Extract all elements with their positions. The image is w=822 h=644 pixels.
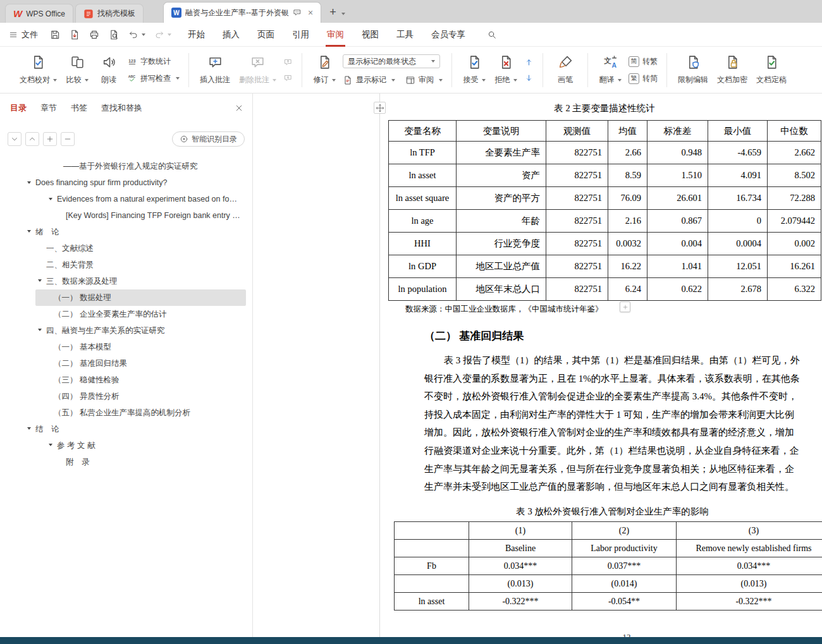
ribbon-tab[interactable]: 会员专享 — [431, 29, 465, 40]
table-resize-plus-icon[interactable] — [620, 301, 630, 312]
expand-all-button[interactable] — [43, 132, 57, 146]
ribbon-tab[interactable]: 审阅 — [327, 29, 344, 40]
delete-comment-button[interactable]: 删除批注 — [235, 50, 281, 90]
collapse-arrow-icon[interactable] — [38, 279, 42, 282]
ribbon-tab[interactable]: 插入 — [223, 29, 240, 40]
chevron-down-button[interactable] — [8, 132, 21, 146]
outline-item-label: ——基于外资银行准入规定的实证研究 — [63, 162, 198, 171]
next-change-icon[interactable] — [524, 73, 534, 83]
print-preview-button[interactable] — [108, 29, 120, 40]
next-comment-icon[interactable] — [283, 73, 293, 83]
encrypt-button[interactable]: 文档加密 — [713, 50, 752, 90]
table2-cell: 全要素生产率 — [457, 142, 546, 164]
tab-template[interactable]: 找稿壳模板 — [75, 4, 144, 23]
redo-button[interactable] — [154, 30, 164, 40]
document-page[interactable]: 表 2 主要变量描述性统计 变量名称变量说明观测值均值标准差最小值中位数 ln … — [379, 94, 822, 637]
pane-tab[interactable]: 目录 — [10, 102, 27, 114]
restrict-editing-button[interactable]: 限制编辑 — [673, 50, 713, 90]
outline-item-label: 参 考 文 献 — [57, 441, 95, 450]
document-workspace[interactable]: 表 2 主要变量描述性统计 变量名称变量说明观测值均值标准差最小值中位数 ln … — [253, 94, 822, 637]
outline-item[interactable]: （二） 基准回归结果 — [35, 355, 246, 372]
doc-finalize-icon — [764, 54, 780, 70]
outline-item[interactable]: 四、融资与生产率关系的实证研究 — [35, 322, 246, 339]
close-pane-icon[interactable] — [235, 104, 243, 112]
reject-button[interactable]: 拒绝 — [490, 50, 522, 90]
ribbon-tab[interactable]: 工具 — [396, 29, 414, 40]
translate-button[interactable]: 文A 翻译 — [594, 50, 626, 90]
close-tab-icon[interactable]: × — [308, 8, 313, 17]
ribbon-tab[interactable]: 开始 — [188, 29, 205, 40]
export-pdf-button[interactable] — [69, 29, 80, 40]
smart-toc-label: 智能识别目录 — [192, 134, 237, 145]
smart-toc-button[interactable]: 智能识别目录 — [172, 131, 245, 147]
undo-button[interactable] — [128, 30, 138, 40]
chevron-up-button[interactable] — [25, 132, 39, 146]
outline-item[interactable]: （三） 稳健性检验 — [35, 372, 246, 388]
insert-comment-button[interactable]: 插入批注 — [195, 50, 235, 90]
outline-item[interactable]: 结 论 — [35, 421, 246, 437]
outline-item[interactable]: Does financing spur firm productivity? — [35, 174, 246, 191]
ribbon-tab[interactable]: 页面 — [257, 29, 274, 40]
finalize-button[interactable]: 文档定稿 — [752, 50, 791, 90]
outline-item[interactable]: Evidences from a natural experiment base… — [35, 191, 246, 207]
search-icon[interactable] — [487, 30, 497, 40]
tab-document[interactable]: W 融资与企业生产率--基于外资银 × — [163, 2, 321, 23]
table2-cell: 0.004 — [647, 233, 708, 255]
previous-comment-icon[interactable] — [283, 58, 293, 67]
outline-item[interactable]: [Key Words] Financing TFP Foreign bank e… — [35, 207, 246, 224]
outline-item-label: （一） 基本模型 — [54, 343, 111, 351]
to-traditional-button[interactable]: 简 转繁 — [629, 56, 658, 67]
show-markup-button[interactable]: 显示标记 — [343, 75, 395, 85]
proofread-button[interactable]: 文档校对 — [15, 50, 61, 90]
markup-state-select[interactable]: 显示标记的最终状态 — [343, 54, 440, 68]
collapse-arrow-icon[interactable] — [27, 427, 31, 430]
collapse-arrow-icon[interactable] — [27, 181, 31, 184]
outline-item[interactable]: （一） 数据处理 — [35, 289, 246, 306]
ribbon-tab[interactable]: 视图 — [362, 29, 379, 40]
collapse-arrow-icon[interactable] — [49, 198, 52, 200]
ribbon-tab[interactable]: 引用 — [292, 29, 309, 40]
table2-cell: 2.079442 — [768, 210, 821, 233]
tab-list-caret-icon[interactable] — [341, 13, 345, 15]
outline-item[interactable]: 附 录 — [35, 454, 246, 470]
undo-caret-icon[interactable] — [142, 33, 145, 36]
pane-tab[interactable]: 章节 — [40, 102, 57, 114]
compare-button[interactable]: 比较 — [61, 50, 93, 90]
collapse-arrow-icon[interactable] — [49, 444, 52, 446]
ribbon-divider — [666, 53, 667, 87]
outline-item[interactable]: ——基于外资银行准入规定的实证研究 — [35, 158, 246, 174]
save-button[interactable] — [49, 29, 61, 40]
ink-button[interactable]: 画笔 — [549, 50, 581, 90]
paragraph-line: 银行准入变量的系数显著为正，且在 1%的水平上显著。具体来看，该系数表明，在其他… — [424, 370, 822, 388]
accept-button[interactable]: 接受 — [458, 50, 490, 90]
to-simplified-button[interactable]: 繁 转简 — [629, 73, 658, 84]
outline-item[interactable]: 二、相关背景 — [35, 257, 246, 273]
pane-tab[interactable]: 查找和替换 — [101, 102, 142, 114]
table3-cell — [395, 540, 469, 557]
read-aloud-button[interactable]: 朗读 — [93, 50, 125, 90]
pane-tab[interactable]: 书签 — [71, 102, 87, 114]
new-tab-button[interactable]: + — [329, 6, 336, 19]
file-menu[interactable]: 文件 — [0, 29, 47, 40]
outline-item[interactable]: （二） 企业全要素生产率的估计 — [35, 306, 246, 322]
table3-cell: Labor productivity — [572, 540, 677, 557]
previous-change-icon[interactable] — [524, 58, 534, 67]
track-changes-button[interactable]: 修订 — [309, 50, 340, 90]
collapse-arrow-icon[interactable] — [27, 230, 31, 233]
spell-check-button[interactable]: ABC 拼写检查 — [127, 73, 180, 84]
outline-item[interactable]: 参 考 文 献 — [35, 437, 246, 454]
outline-item[interactable]: 三、数据来源及处理 — [35, 273, 246, 289]
tab-wps-home[interactable]: W WPS Office — [5, 4, 73, 23]
review-pane-button[interactable]: 审阅 — [405, 75, 443, 85]
outline-item[interactable]: （五） 私营企业生产率提高的机制分析 — [35, 404, 246, 421]
redo-caret-icon[interactable] — [168, 33, 171, 36]
collapse-arrow-icon[interactable] — [38, 329, 42, 331]
table-move-handle-icon[interactable] — [374, 102, 386, 114]
outline-item[interactable]: 绪 论 — [35, 224, 246, 240]
collapse-all-button[interactable] — [61, 132, 75, 146]
outline-item[interactable]: （四） 异质性分析 — [35, 388, 246, 404]
print-button[interactable] — [89, 29, 100, 40]
word-count-button[interactable]: 123 字数统计 — [127, 56, 180, 67]
outline-item[interactable]: 一、文献综述 — [35, 240, 246, 257]
outline-item[interactable]: （一） 基本模型 — [35, 339, 246, 355]
